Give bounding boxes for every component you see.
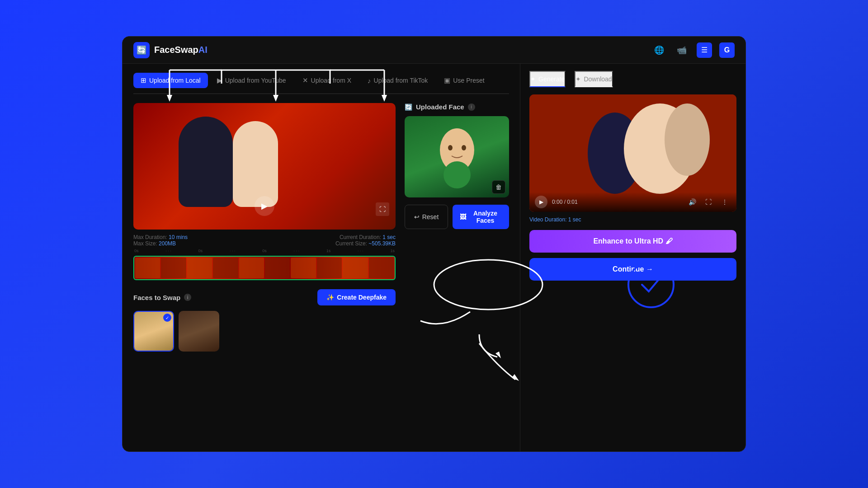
x-icon: ✕ xyxy=(302,76,308,84)
filmstrip-frame xyxy=(343,258,368,278)
face-thumbnails: ✓ xyxy=(133,311,396,352)
app-logo-icon: 🔄 xyxy=(133,42,150,58)
deepfake-icon: ✨ xyxy=(326,294,334,301)
tab-use-preset[interactable]: ▣ Use Preset xyxy=(437,73,491,88)
output-more-button[interactable]: ⋮ xyxy=(718,196,731,208)
tab-upload-x[interactable]: ✕ Upload from X xyxy=(295,73,359,88)
video-edit-area: ▶ ⛶ Max Duration: 10 mins Max Size: 200M… xyxy=(133,103,509,442)
faces-to-swap-section: Faces to Swap i ✨ Create Deepfake xyxy=(133,289,396,352)
create-deepfake-button[interactable]: ✨ Create Deepfake xyxy=(317,289,396,305)
face-thumbnail-1[interactable]: ✓ xyxy=(133,311,174,352)
enhance-button[interactable]: Enhance to Ultra HD 🖌 xyxy=(529,230,736,253)
right-panel: ✦ Generate ✦ Download xyxy=(520,64,745,451)
video-preview: ▶ ⛶ xyxy=(133,103,396,230)
download-icon: ✦ xyxy=(576,75,581,83)
app-container: 🔄 FaceSwapAI 🌐 📹 ☰ G ⊞ Upload f xyxy=(122,36,746,452)
output-play-button[interactable]: ▶ xyxy=(535,196,547,208)
local-icon: ⊞ xyxy=(141,76,146,84)
volume-button[interactable]: 🔊 xyxy=(686,196,698,208)
filmstrip-frames xyxy=(134,257,395,279)
face-thumbnail-2[interactable] xyxy=(179,311,219,352)
meta-left: Max Duration: 10 mins Max Size: 200MB xyxy=(133,234,188,247)
svg-point-21 xyxy=(665,103,710,176)
filmstrip-frame xyxy=(161,258,186,278)
svg-point-17 xyxy=(462,145,466,150)
face-thumb-bg-dark xyxy=(179,311,219,352)
filmstrip[interactable] xyxy=(133,256,396,280)
output-video: ▶ 0:00 / 0:01 🔊 ⛶ ⋮ xyxy=(529,94,736,212)
uploaded-face-title: Uploaded Face xyxy=(416,103,464,111)
continue-button[interactable]: Continue → xyxy=(529,258,736,281)
uploaded-face-header: 🔄 Uploaded Face i xyxy=(405,103,509,111)
youtube-icon: ▶ xyxy=(217,76,222,84)
face-thumb-check-1: ✓ xyxy=(163,314,171,322)
left-panel: ⊞ Upload from Local ▶ Upload from YouTub… xyxy=(123,64,520,451)
face-upload-preview: 🗑 xyxy=(405,116,509,197)
filmstrip-frame xyxy=(317,258,342,278)
video-section: ▶ ⛶ Max Duration: 10 mins Max Size: 200M… xyxy=(133,103,396,442)
analyze-faces-button[interactable]: 🖼 Analyze Faces xyxy=(453,205,509,229)
app-name: FaceSwapAI xyxy=(154,45,208,55)
meta-right: Current Duration: 1 sec Current Size: ~5… xyxy=(335,234,396,247)
uploaded-face-info-icon[interactable]: i xyxy=(468,103,475,111)
tiktok-icon: ♪ xyxy=(368,77,371,84)
filmstrip-frame xyxy=(265,258,290,278)
reset-button[interactable]: ↩ Reset xyxy=(405,205,448,229)
reset-icon: ↩ xyxy=(414,213,420,221)
header: 🔄 FaceSwapAI 🌐 📹 ☰ G xyxy=(123,37,745,64)
timeline-ticks: 0s · · · 0s · · · 0s · · · 1s · · · 1s xyxy=(133,249,396,253)
tab-upload-local[interactable]: ⊞ Upload from Local xyxy=(133,73,208,88)
svg-point-15 xyxy=(443,161,471,188)
video-duration: Video Duration: 1 sec xyxy=(529,216,736,223)
sync-icon: 🔄 xyxy=(405,103,412,111)
filmstrip-frame xyxy=(291,258,316,278)
face-svg xyxy=(434,125,480,188)
face-section: 🔄 Uploaded Face i xyxy=(405,103,509,442)
globe-button[interactable]: 🌐 xyxy=(651,42,667,58)
video-meta: Max Duration: 10 mins Max Size: 200MB Cu… xyxy=(133,234,396,247)
right-tab-group: ✦ Generate ✦ Download xyxy=(529,71,613,87)
filmstrip-frame xyxy=(369,258,394,278)
video-button[interactable]: 📹 xyxy=(674,42,689,58)
svg-point-16 xyxy=(448,145,453,150)
faces-swap-info-icon[interactable]: i xyxy=(184,294,191,301)
tab-upload-tiktok[interactable]: ♪ Upload from TikTok xyxy=(360,73,435,88)
filmstrip-frame xyxy=(239,258,264,278)
faces-to-swap-title: Faces to Swap i xyxy=(133,294,191,301)
analyze-icon: 🖼 xyxy=(460,213,466,221)
filmstrip-frame xyxy=(135,258,160,278)
tab-upload-youtube[interactable]: ▶ Upload from YouTube xyxy=(210,73,293,88)
output-fullscreen-button[interactable]: ⛶ xyxy=(702,196,715,208)
output-time: 0:00 / 0:01 xyxy=(552,199,578,205)
logo-area: 🔄 FaceSwapAI xyxy=(133,42,208,58)
output-controls: ▶ 0:00 / 0:01 🔊 ⛶ ⋮ xyxy=(529,192,736,212)
face-delete-button[interactable]: 🗑 xyxy=(492,180,505,194)
generate-icon: ✦ xyxy=(530,75,536,83)
faces-to-swap-header: Faces to Swap i ✨ Create Deepfake xyxy=(133,289,396,305)
right-panel-tabs: ✦ Generate ✦ Download xyxy=(529,71,736,87)
upload-tabs: ⊞ Upload from Local ▶ Upload from YouTub… xyxy=(133,73,509,94)
menu-button[interactable]: ☰ xyxy=(697,42,712,58)
fullscreen-button[interactable]: ⛶ xyxy=(376,202,389,216)
user-avatar[interactable]: G xyxy=(719,42,735,58)
filmstrip-frame xyxy=(213,258,238,278)
figure-light xyxy=(233,121,278,207)
preset-icon: ▣ xyxy=(444,76,450,84)
tab-generate[interactable]: ✦ Generate xyxy=(529,71,566,87)
play-button[interactable]: ▶ xyxy=(255,196,274,216)
header-right: 🌐 📹 ☰ G xyxy=(651,42,735,58)
tab-download[interactable]: ✦ Download xyxy=(575,71,613,87)
output-icons: 🔊 ⛶ ⋮ xyxy=(686,196,731,208)
figure-dark xyxy=(179,117,233,207)
filmstrip-frame xyxy=(187,258,212,278)
main-content: ⊞ Upload from Local ▶ Upload from YouTub… xyxy=(123,64,745,451)
face-actions: ↩ Reset 🖼 Analyze Faces xyxy=(405,205,509,229)
